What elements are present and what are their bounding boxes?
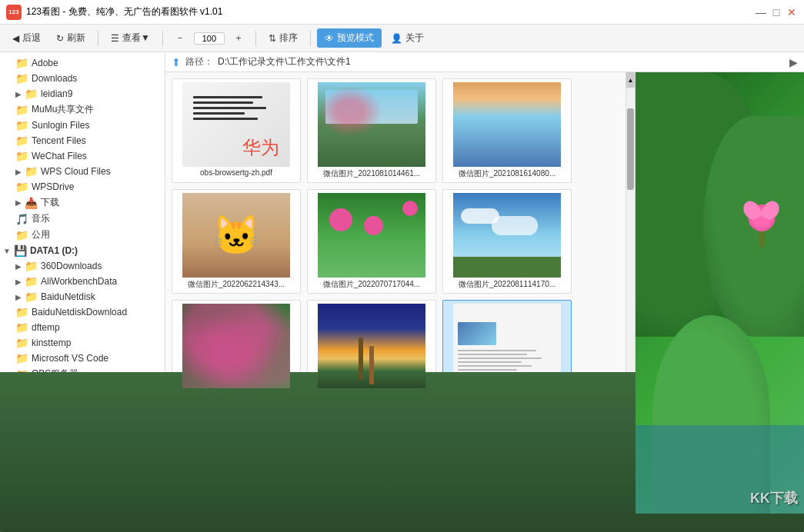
file-thumbnail xyxy=(318,304,425,388)
folder-icon: 📁 xyxy=(15,337,28,349)
sidebar-item-360downloads[interactable]: ▶ 📁 360Downloads xyxy=(0,258,165,274)
main-area: 📁 Adobe 📁 Downloads ▶ 📁 leidian9 📁 MuMu共… xyxy=(0,52,804,514)
folder-icon: 📁 xyxy=(15,321,28,334)
folder-icon: 📁 xyxy=(25,275,38,288)
folder-icon: 📁 xyxy=(15,104,28,116)
drive-icon: 💾 xyxy=(14,244,27,257)
folder-icon: 📁 xyxy=(15,135,28,147)
zoom-out-button[interactable]: － xyxy=(169,28,191,48)
sidebar-item-ali[interactable]: ▶ 📁 AliWorkbenchData xyxy=(0,274,165,289)
app-title: 123看图 - 免费、纯净、无广告的看图软件 v1.01 xyxy=(26,5,222,18)
folder-icon: 📁 xyxy=(15,229,28,241)
file-name: 微信图片_2022081114170... xyxy=(453,279,561,290)
sidebar-item-baidu[interactable]: ▶ 📁 BaiduNetdisk xyxy=(0,289,165,304)
file-item[interactable]: 微信图片_2021081614080... xyxy=(442,78,572,183)
folder-icon: 📁 xyxy=(15,72,28,85)
file-item[interactable]: 🐱 微信图片_2022062214343... xyxy=(172,189,301,294)
file-thumbnail: 华为 xyxy=(182,82,290,167)
sidebar-item-sunlogin[interactable]: 📁 Sunlogin Files xyxy=(0,118,165,133)
maximize-button[interactable]: □ xyxy=(770,6,782,18)
file-name: obs-browsertg-zh.pdf xyxy=(182,168,290,177)
folder-icon: 📁 xyxy=(15,352,28,364)
preview-mode-button[interactable]: 👁 预览模式 xyxy=(317,28,382,48)
refresh-button[interactable]: ↻ 刷新 xyxy=(50,28,92,48)
files-and-preview: 华为 obs-browsertg-zh.pdf xyxy=(165,72,804,514)
sidebar-item-music[interactable]: 🎵 音乐 xyxy=(0,211,165,227)
file-item[interactable]: 微信图片_2022070717044... xyxy=(307,189,436,294)
app-logo: 123 xyxy=(6,5,22,20)
back-button[interactable]: ◀ 后退 xyxy=(6,28,47,48)
file-grid-container: 华为 obs-browsertg-zh.pdf xyxy=(165,72,626,514)
folder-icon: 📁 xyxy=(25,165,38,178)
separator4 xyxy=(310,31,311,46)
folder-icon: 📁 xyxy=(15,57,28,69)
expand-icon: ▶ xyxy=(15,262,22,271)
folder-icon: 📁 xyxy=(15,181,28,193)
file-item[interactable]: 微信图片_2021081014461... xyxy=(307,78,436,183)
sidebar-item-drive-d[interactable]: ▼ 💾 DATA1 (D:) xyxy=(0,243,165,258)
close-button[interactable]: ✕ xyxy=(786,6,798,18)
file-thumbnail: 🐱 xyxy=(182,193,290,278)
preview-image-container: KK下载 xyxy=(636,72,804,514)
expand-icon: ▶ xyxy=(15,90,22,98)
folder-download-icon: 📥 xyxy=(25,197,38,209)
folder-icon: 📁 xyxy=(25,291,38,303)
file-thumbnail xyxy=(453,193,561,278)
path-bar: ⬆ 路径： D:\工作记录文件\工作文件\文件1 ▶ xyxy=(165,52,804,72)
refresh-icon: ↻ xyxy=(56,33,64,44)
toolbar: ◀ 后退 ↻ 刷新 ☰ 查看▼ － ＋ ⇅ 排序 👁 预览模式 👤 关于 xyxy=(0,25,804,52)
preview-icon: 👁 xyxy=(325,33,334,44)
separator2 xyxy=(162,31,163,46)
expand-icon: ▼ xyxy=(3,247,11,255)
file-thumbnail xyxy=(318,193,425,278)
folder-icon: 📁 xyxy=(15,306,28,318)
zoom-control xyxy=(194,32,225,45)
file-thumbnail xyxy=(182,304,290,388)
file-item[interactable]: 华为 obs-browsertg-zh.pdf xyxy=(172,78,301,183)
folder-icon: 📁 xyxy=(15,119,28,131)
file-item[interactable]: 微信图片_2022081114170... xyxy=(442,189,572,294)
sort-button[interactable]: ⇅ 排序 xyxy=(262,28,304,48)
sidebar-item-leidian9[interactable]: ▶ 📁 leidian9 xyxy=(0,86,165,101)
sidebar-item-vscode[interactable]: 📁 Microsoft VS Code xyxy=(0,351,165,366)
sidebar-item-dftemp[interactable]: 📁 dftemp xyxy=(0,320,165,335)
window-controls: — □ ✕ xyxy=(755,6,798,18)
zoom-in-button[interactable]: ＋ xyxy=(228,28,249,48)
sidebar-item-adobe[interactable]: 📁 Adobe xyxy=(0,55,165,71)
view-button[interactable]: ☰ 查看▼ xyxy=(105,28,156,48)
about-button[interactable]: 👤 关于 xyxy=(385,28,430,48)
file-name: 微信图片_2022062214343... xyxy=(182,279,290,290)
folder-icon: 📁 xyxy=(25,260,38,272)
titlebar: 123 123看图 - 免费、纯净、无广告的看图软件 v1.01 — □ ✕ xyxy=(0,0,804,25)
sidebar-item-kinsttemp[interactable]: 📁 kinsttemp xyxy=(0,335,165,351)
separator1 xyxy=(98,31,98,46)
preview-panel: KK下载 xyxy=(635,72,804,514)
sidebar-item-wps-cloud[interactable]: ▶ 📁 WPS Cloud Files xyxy=(0,164,165,179)
user-icon: 👤 xyxy=(391,33,402,44)
zoom-input[interactable] xyxy=(194,32,225,45)
file-name: 微信图片_2021081614080... xyxy=(453,168,561,179)
sidebar-item-downloads[interactable]: 📁 Downloads xyxy=(0,71,165,86)
path-forward-button[interactable]: ▶ xyxy=(789,56,798,68)
sidebar-item-mumu[interactable]: 📁 MuMu共享文件 xyxy=(0,101,165,118)
sidebar-item-wpsdrive[interactable]: 📁 WPSDrive xyxy=(0,179,165,195)
separator3 xyxy=(255,31,256,46)
file-grid: 华为 obs-browsertg-zh.pdf xyxy=(172,78,572,514)
navigate-up-icon[interactable]: ⬆ xyxy=(172,56,181,68)
expand-icon: ▶ xyxy=(15,293,22,301)
view-icon: ☰ xyxy=(111,33,119,44)
sidebar-item-wechat[interactable]: 📁 WeChat Files xyxy=(0,148,165,164)
sidebar-item-gongyong[interactable]: 📁 公用 xyxy=(0,227,165,243)
expand-icon: ▶ xyxy=(15,278,22,286)
sort-icon: ⇅ xyxy=(269,33,276,44)
file-name: 微信图片_2022070717044... xyxy=(318,279,425,290)
sidebar-item-baidu-dl[interactable]: 📁 BaiduNetdiskDownload xyxy=(0,304,165,320)
sidebar-item-tencent[interactable]: 📁 Tencent Files xyxy=(0,133,165,148)
minimize-button[interactable]: — xyxy=(755,6,767,18)
scrollbar[interactable]: ▲ ▼ xyxy=(626,72,635,514)
expand-icon: ▶ xyxy=(15,168,22,176)
back-icon: ◀ xyxy=(12,33,19,44)
file-thumbnail xyxy=(318,82,425,167)
sidebar-item-xiazai[interactable]: ▶ 📥 下载 xyxy=(0,195,165,211)
folder-icon: 📁 xyxy=(15,150,28,162)
